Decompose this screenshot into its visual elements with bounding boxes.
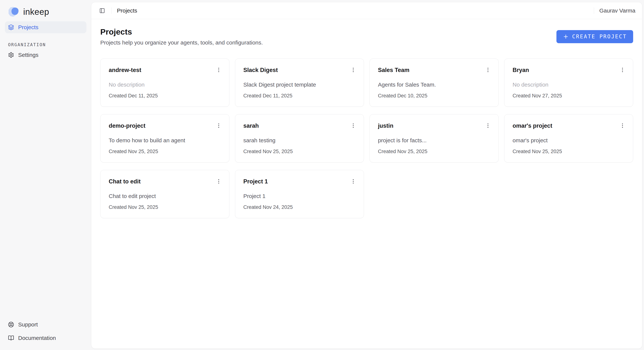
page-subtitle: Projects help you organize your agents, … bbox=[100, 39, 263, 46]
project-name: Bryan bbox=[513, 67, 529, 73]
project-card[interactable]: andrew-test No description Created Dec 1… bbox=[100, 58, 230, 107]
project-name: justin bbox=[378, 123, 394, 129]
sidebar: inkeep Projects ORGANIZATION Settings bbox=[0, 0, 91, 350]
project-menu-button[interactable] bbox=[215, 122, 222, 129]
project-created-date: Created Nov 25, 2025 bbox=[513, 149, 625, 154]
project-created-date: Created Dec 10, 2025 bbox=[378, 93, 490, 99]
project-description: Chat to edit project bbox=[109, 193, 221, 200]
main-panel: Projects Gaurav Varma Projects Projects … bbox=[91, 2, 642, 349]
card-header: omar's project bbox=[513, 123, 625, 129]
project-description: Project 1 bbox=[244, 193, 356, 200]
project-menu-button[interactable] bbox=[484, 66, 491, 74]
project-card[interactable]: Sales Team Agents for Sales Team. Create… bbox=[370, 58, 498, 107]
project-menu-button[interactable] bbox=[350, 66, 356, 74]
project-created-date: Created Nov 24, 2025 bbox=[244, 204, 356, 210]
plus-icon bbox=[563, 34, 569, 40]
page-title: Projects bbox=[100, 27, 263, 36]
project-card[interactable]: sarah sarah testing Created Nov 25, 2025 bbox=[235, 114, 364, 162]
project-name: andrew-test bbox=[109, 67, 141, 73]
project-description: Agents for Sales Team. bbox=[378, 81, 490, 88]
projects-grid: andrew-test No description Created Dec 1… bbox=[100, 58, 633, 218]
kebab-menu-icon bbox=[350, 66, 356, 73]
sidebar-item-label: Documentation bbox=[18, 335, 56, 341]
kebab-menu-icon bbox=[216, 178, 222, 185]
kebab-menu-icon bbox=[620, 122, 626, 129]
create-project-button[interactable]: CREATE PROJECT bbox=[556, 30, 633, 43]
project-name: Slack Digest bbox=[244, 67, 278, 73]
sidebar-item-support[interactable]: Support bbox=[0, 318, 91, 331]
project-created-date: Created Nov 25, 2025 bbox=[109, 149, 221, 154]
project-name: demo-project bbox=[109, 123, 146, 129]
sidebar-section-organization: ORGANIZATION bbox=[8, 42, 91, 47]
sidebar-item-label: Support bbox=[18, 321, 38, 328]
create-project-label: CREATE PROJECT bbox=[572, 33, 627, 40]
user-menu[interactable]: Gaurav Varma bbox=[599, 7, 636, 14]
project-description: No description bbox=[513, 81, 625, 88]
header-divider bbox=[594, 7, 594, 14]
header-right: Gaurav Varma bbox=[588, 7, 636, 14]
title-block: Projects Projects help you organize your… bbox=[100, 27, 263, 46]
page-content: Projects Projects help you organize your… bbox=[91, 19, 642, 218]
project-description: omar's project bbox=[513, 137, 625, 144]
project-created-date: Created Nov 25, 2025 bbox=[378, 149, 490, 154]
project-name: omar's project bbox=[513, 123, 552, 129]
breadcrumb: Projects bbox=[117, 7, 137, 14]
project-description: project is for facts... bbox=[378, 137, 490, 144]
project-card[interactable]: Bryan No description Created Nov 27, 202… bbox=[504, 58, 633, 107]
project-name: Chat to edit bbox=[109, 178, 141, 185]
kebab-menu-icon bbox=[216, 66, 222, 73]
card-header: Slack Digest bbox=[244, 67, 356, 74]
project-description: To demo how to build an agent bbox=[109, 137, 221, 144]
project-card[interactable]: justin project is for facts... Created N… bbox=[370, 114, 498, 162]
kebab-menu-icon bbox=[350, 122, 356, 129]
inkeep-logo-icon bbox=[8, 6, 20, 17]
brand-logo[interactable]: inkeep bbox=[0, 0, 91, 17]
project-description: Slack Digest project template bbox=[244, 81, 356, 88]
sidebar-item-label: Settings bbox=[18, 52, 38, 58]
project-menu-button[interactable] bbox=[350, 122, 356, 129]
card-header: andrew-test bbox=[109, 67, 221, 74]
header-divider bbox=[112, 7, 112, 14]
project-name: Sales Team bbox=[378, 67, 410, 73]
project-menu-button[interactable] bbox=[215, 66, 222, 74]
sidebar-toggle-button[interactable] bbox=[98, 6, 106, 15]
card-header: Bryan bbox=[513, 67, 625, 74]
sidebar-item-label: Projects bbox=[18, 24, 38, 30]
project-created-date: Created Nov 25, 2025 bbox=[109, 204, 221, 210]
card-header: sarah bbox=[244, 123, 356, 129]
project-created-date: Created Nov 27, 2025 bbox=[513, 93, 625, 99]
project-card[interactable]: Slack Digest Slack Digest project templa… bbox=[235, 58, 364, 107]
kebab-menu-icon bbox=[485, 122, 491, 129]
project-card[interactable]: Chat to edit Chat to edit project Create… bbox=[100, 170, 230, 218]
project-name: Project 1 bbox=[244, 178, 268, 185]
life-buoy-icon bbox=[8, 322, 14, 328]
project-description: No description bbox=[109, 81, 221, 88]
sidebar-item-settings[interactable]: Settings bbox=[0, 49, 91, 61]
sidebar-item-documentation[interactable]: Documentation bbox=[0, 331, 91, 345]
project-menu-button[interactable] bbox=[350, 178, 356, 185]
project-menu-button[interactable] bbox=[619, 122, 626, 129]
project-menu-button[interactable] bbox=[484, 122, 491, 129]
project-card[interactable]: Project 1 Project 1 Created Nov 24, 2025 bbox=[235, 170, 364, 218]
project-created-date: Created Dec 11, 2025 bbox=[244, 93, 356, 99]
top-bar: Projects Gaurav Varma bbox=[91, 2, 642, 19]
title-row: Projects Projects help you organize your… bbox=[100, 27, 633, 46]
card-header: Chat to edit bbox=[109, 178, 221, 185]
card-header: demo-project bbox=[109, 123, 221, 129]
kebab-menu-icon bbox=[485, 66, 491, 73]
sidebar-nav: Projects bbox=[0, 17, 91, 33]
sidebar-footer: Support Documentation bbox=[0, 318, 91, 350]
project-menu-button[interactable] bbox=[215, 178, 222, 185]
kebab-menu-icon bbox=[620, 66, 626, 73]
gear-icon bbox=[8, 52, 14, 58]
layers-icon bbox=[8, 24, 14, 30]
project-name: sarah bbox=[244, 123, 259, 129]
panel-left-icon bbox=[99, 8, 105, 13]
project-card[interactable]: omar's project omar's project Created No… bbox=[504, 114, 633, 162]
card-header: justin bbox=[378, 123, 490, 129]
project-created-date: Created Nov 25, 2025 bbox=[244, 149, 356, 154]
project-menu-button[interactable] bbox=[619, 66, 626, 74]
project-card[interactable]: demo-project To demo how to build an age… bbox=[100, 114, 230, 162]
book-open-icon bbox=[8, 335, 14, 341]
sidebar-item-projects[interactable]: Projects bbox=[5, 21, 86, 33]
